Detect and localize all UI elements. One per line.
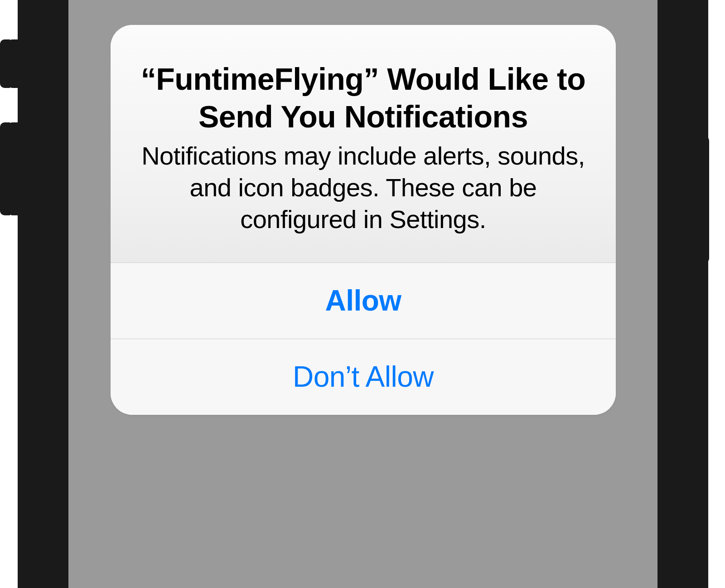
phone-screen: D “FuntimeFlying” Would Like to Send You… [68,0,657,588]
page-edge-right [708,0,725,588]
allow-button[interactable]: Allow [111,262,616,339]
alert-message: Notifications may include alerts, sounds… [135,140,591,235]
alert-button-group: Allow Don’t Allow [111,262,616,415]
page-edge-left [0,0,18,588]
alert-content: “FuntimeFlying” Would Like to Send You N… [111,25,616,262]
phone-frame: D “FuntimeFlying” Would Like to Send You… [18,0,708,588]
alert-title: “FuntimeFlying” Would Like to Send You N… [135,60,591,136]
phone-power-button [699,136,709,263]
notification-permission-alert: “FuntimeFlying” Would Like to Send You N… [111,25,616,415]
dont-allow-button[interactable]: Don’t Allow [111,339,616,415]
